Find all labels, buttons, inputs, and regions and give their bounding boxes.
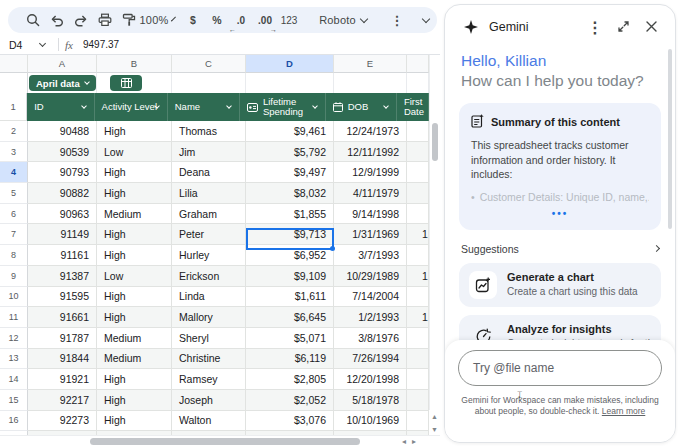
scroll-up-icon[interactable]: ▲: [431, 413, 438, 420]
row-header-1[interactable]: 1: [0, 93, 27, 121]
summary-card[interactable]: Summary of this content This spreadsheet…: [459, 103, 661, 230]
cell-activity-level[interactable]: Medium: [97, 349, 172, 370]
cell-activity-level[interactable]: Low: [97, 142, 172, 163]
cell-name[interactable]: Linda: [172, 287, 246, 308]
cell-activity-level[interactable]: High: [97, 307, 172, 328]
row-header-14[interactable]: 14: [0, 369, 28, 390]
cell-lifetime-spending[interactable]: $9,497: [246, 162, 334, 183]
row-header-3[interactable]: 3: [0, 142, 28, 163]
learn-more-link[interactable]: Learn more: [602, 406, 645, 416]
collapse-toolbar-button[interactable]: [412, 9, 434, 31]
table-menu-chip[interactable]: [110, 75, 142, 91]
row-header-6[interactable]: 6: [0, 204, 28, 225]
cell-name[interactable]: Graham: [172, 204, 246, 225]
header-cell-first-date[interactable]: First Date: [397, 93, 429, 121]
format-currency-button[interactable]: $: [182, 9, 204, 31]
cell-activity-level[interactable]: Low: [97, 266, 172, 287]
cell-name[interactable]: Joseph: [172, 390, 246, 411]
cell-name[interactable]: Hurley: [172, 245, 246, 266]
scroll-left-icon[interactable]: ◂: [402, 437, 412, 446]
cell-dob[interactable]: 4/11/1979: [334, 183, 407, 204]
cell-lifetime-spending[interactable]: $9,713: [246, 224, 334, 245]
cell-id[interactable]: 90488: [28, 121, 97, 142]
cell-id[interactable]: 91787: [28, 328, 97, 349]
cell-id[interactable]: 91921: [28, 369, 97, 390]
row-header-16[interactable]: 16: [0, 411, 28, 432]
cell-dob[interactable]: 10/29/1989: [334, 266, 407, 287]
column-header-a[interactable]: A: [28, 55, 97, 73]
column-header-c[interactable]: C: [172, 55, 246, 73]
cell-id[interactable]: 90539: [28, 142, 97, 163]
cell-lifetime-spending[interactable]: $9,461: [246, 121, 334, 142]
cell-id[interactable]: 91661: [28, 307, 97, 328]
cell-activity-level[interactable]: High: [97, 162, 172, 183]
row-header-12[interactable]: 12: [0, 328, 28, 349]
cell-activity-level[interactable]: High: [97, 287, 172, 308]
cell-activity-level[interactable]: High: [97, 245, 172, 266]
cell-id[interactable]: 92217: [28, 390, 97, 411]
header-cell-activity-level[interactable]: Activity Level: [95, 93, 168, 121]
cell-lifetime-spending[interactable]: $5,071: [246, 328, 334, 349]
row-header-4[interactable]: 4: [0, 162, 28, 183]
cell-first-date[interactable]: [407, 162, 429, 183]
print-button[interactable]: [94, 9, 116, 31]
cell-activity-level[interactable]: High: [97, 369, 172, 390]
panel-more-button[interactable]: ⋮: [585, 17, 605, 37]
header-cell-name[interactable]: Name: [168, 93, 240, 121]
cell-activity-level[interactable]: High: [97, 121, 172, 142]
increase-decimal-button[interactable]: .00→: [254, 9, 276, 31]
cell-activity-level[interactable]: Medium: [97, 328, 172, 349]
cell-lifetime-spending[interactable]: $2,805: [246, 369, 334, 390]
cell-activity-level[interactable]: High: [97, 411, 172, 432]
cell-lifetime-spending[interactable]: $1,611: [246, 287, 334, 308]
cell-dob[interactable]: 12/11/1992: [334, 142, 407, 163]
cell-id[interactable]: 91161: [28, 245, 97, 266]
table-name-chip[interactable]: April data: [29, 75, 96, 91]
column-header-b[interactable]: B: [97, 55, 172, 73]
cell-first-date[interactable]: [407, 183, 429, 204]
column-header-e[interactable]: E: [334, 55, 407, 73]
font-menu[interactable]: Roboto: [314, 9, 372, 31]
cell-id[interactable]: 91387: [28, 266, 97, 287]
cell-name[interactable]: Christine: [172, 349, 246, 370]
cell-first-date[interactable]: [407, 142, 429, 163]
cell-name[interactable]: Walton: [172, 411, 246, 432]
cell-name[interactable]: Deana: [172, 162, 246, 183]
cell-name[interactable]: Peter: [172, 224, 246, 245]
row-header-10[interactable]: 10: [0, 287, 28, 308]
cell-name[interactable]: Lilia: [172, 183, 246, 204]
cell-lifetime-spending[interactable]: $5,792: [246, 142, 334, 163]
redo-button[interactable]: [70, 9, 92, 31]
row-header-9[interactable]: 9: [0, 266, 28, 287]
cell-name[interactable]: Mallory: [172, 307, 246, 328]
more-options-button[interactable]: ⋮: [386, 9, 408, 31]
cell-dob[interactable]: 12/20/1998: [334, 369, 407, 390]
cell-first-date[interactable]: [407, 328, 429, 349]
cell-id[interactable]: 91149: [28, 224, 97, 245]
cell-first-date[interactable]: 1: [407, 266, 429, 287]
cell-id[interactable]: 91844: [28, 349, 97, 370]
cell-dob[interactable]: 3/7/1993: [334, 245, 407, 266]
cell-name[interactable]: Thomas: [172, 121, 246, 142]
cell-first-date[interactable]: [407, 287, 429, 308]
search-button[interactable]: [22, 9, 44, 31]
row-header-15[interactable]: 15: [0, 390, 28, 411]
row-header-2[interactable]: 2: [0, 121, 28, 142]
cell-id[interactable]: 91595: [28, 287, 97, 308]
column-header-d[interactable]: D: [246, 55, 334, 73]
vertical-scrollbar-thumb[interactable]: [432, 123, 438, 161]
vertical-scroll-arrows[interactable]: ▲▼: [429, 410, 440, 436]
header-cell-lifetime-spending[interactable]: Lifetime Spending: [240, 93, 326, 121]
cell-activity-level[interactable]: Medium: [97, 204, 172, 225]
formula-input[interactable]: 9497.37: [83, 39, 119, 50]
cell-lifetime-spending[interactable]: $9,109: [246, 266, 334, 287]
row-header-11[interactable]: 11: [0, 307, 28, 328]
cell-dob[interactable]: 12/9/1999: [334, 162, 407, 183]
header-cell-dob[interactable]: DOB: [326, 93, 397, 121]
cell-dob[interactable]: 10/10/1969: [334, 411, 407, 432]
cell-activity-level[interactable]: High: [97, 224, 172, 245]
cell-name[interactable]: Sheryl: [172, 328, 246, 349]
cell-first-date[interactable]: [407, 411, 429, 432]
open-in-full-button[interactable]: [613, 17, 633, 37]
header-cell-id[interactable]: ID: [27, 93, 94, 121]
